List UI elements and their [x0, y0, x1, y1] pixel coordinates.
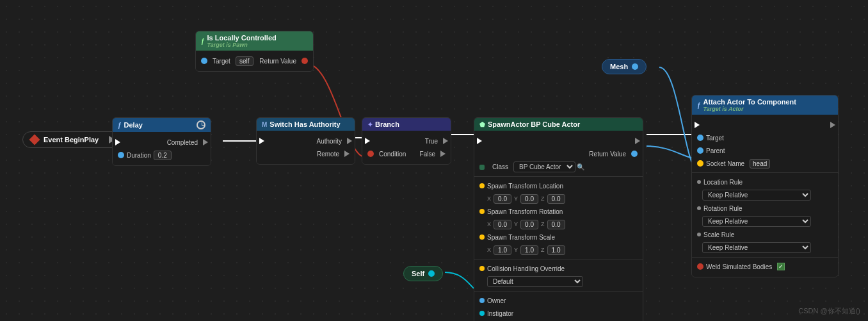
- duration-label: Duration: [124, 152, 154, 159]
- weld-pin: [697, 263, 703, 270]
- spawn-scale-row: Spawn Transform Scale: [474, 231, 643, 243]
- spawn-exec-row: [474, 135, 643, 147]
- spawn-location-label: Spawn Transform Location: [485, 183, 566, 190]
- rotation-rule-label: Rotation Rule: [701, 205, 745, 212]
- spawn-actor-node: ⬟ SpawnActor BP Cube Actor Return Value: [474, 117, 643, 321]
- is-locally-controlled-title: Is Locally Controlled: [207, 34, 277, 42]
- location-rule-dropdown[interactable]: Keep Relative: [702, 190, 811, 201]
- branch-title: Branch: [375, 120, 399, 128]
- attach-socket-pin: [697, 160, 703, 167]
- spawn-exec-out: [635, 138, 640, 144]
- target-row: Target self Return Value: [196, 54, 313, 67]
- scale-rule-dropdown[interactable]: Keep Relative: [702, 242, 811, 253]
- switch-has-authority-node: M Switch Has Authority Authority Remote: [256, 117, 355, 165]
- spawn-location-xyz: X 0.0 Y 0.0 Z 0.0: [474, 192, 643, 205]
- false-label: False: [417, 151, 438, 158]
- owner-pin: [479, 298, 485, 303]
- attach-div1: [692, 172, 838, 173]
- attach-exec-row: [692, 119, 838, 131]
- spawn-rotation-row: Spawn Transform Rotation: [474, 205, 643, 218]
- instigator-label: Instigator: [485, 310, 516, 317]
- spawn-rotation-label: Spawn Transform Rotation: [485, 208, 565, 215]
- class-select-row: Class BP Cube Actor 🔍: [474, 160, 643, 174]
- scale-x: 1.0: [494, 245, 511, 255]
- instigator-pin: [479, 311, 485, 316]
- instigator-row: Instigator: [474, 307, 643, 320]
- collision-select-row: Default: [474, 275, 643, 288]
- attach-subtitle: Target is Actor: [703, 106, 796, 112]
- scale-z: 1.0: [547, 245, 565, 255]
- delay-header: ƒ Delay: [113, 118, 211, 132]
- is-locally-controlled-subtitle: Target is Pawn: [207, 42, 277, 48]
- loc-x: 0.0: [494, 194, 511, 204]
- branch-exec-row: True: [362, 135, 451, 147]
- delay-node: ƒ Delay Completed: [112, 117, 211, 166]
- weld-checkbox[interactable]: ✓: [777, 263, 785, 270]
- mesh-node: Mesh: [602, 59, 647, 74]
- switch-title: Switch Has Authority: [269, 120, 340, 128]
- loc-z: 0.0: [547, 194, 565, 204]
- duration-value: 0.2: [154, 151, 172, 160]
- scale-y: 1.0: [520, 245, 538, 255]
- rotation-pin: [479, 209, 485, 214]
- branch-exec-in: [365, 138, 370, 144]
- attach-socket-row: Socket Name head: [692, 157, 838, 170]
- attach-target-pin: [697, 135, 703, 141]
- collision-label: Collision Handling Override: [485, 265, 567, 272]
- return-pin: [301, 58, 308, 64]
- completed-label: Completed: [165, 139, 200, 146]
- authority-pin: [347, 138, 352, 144]
- switch-body: Authority Remote: [257, 131, 355, 164]
- delay-exec-row: Completed: [113, 136, 211, 149]
- scale-rule-row: Scale Rule: [692, 228, 838, 241]
- spawn-scale-label: Spawn Transform Scale: [485, 234, 558, 241]
- rotation-rule-dropdown[interactable]: Keep Relative: [702, 216, 811, 227]
- false-pin: [440, 151, 446, 157]
- is-locally-controlled-node: ƒ Is Locally Controlled Target is Pawn T…: [195, 31, 314, 72]
- event-label: Event BeginPlay: [44, 136, 99, 144]
- delay-title: Delay: [124, 121, 143, 129]
- condition-row: Condition False: [362, 147, 451, 160]
- scale-pin: [479, 235, 485, 240]
- spawn-rotation-xyz: X 0.0 Y 0.0 Z 0.0: [474, 218, 643, 231]
- condition-label: Condition: [376, 151, 408, 158]
- switch-exec-in: [259, 138, 264, 144]
- is-locally-controlled-body: Target self Return Value: [196, 51, 313, 71]
- scale-rule-label: Scale Rule: [701, 231, 737, 238]
- scale-rule-select: Keep Relative: [692, 241, 838, 254]
- collision-dropdown[interactable]: Default: [487, 276, 583, 287]
- return-value-label: Return Value: [586, 151, 629, 158]
- attach-parent-label: Parent: [703, 147, 727, 154]
- target-value: self: [236, 56, 253, 66]
- divider3: [474, 291, 643, 292]
- collision-pin: [479, 266, 485, 271]
- class-dropdown[interactable]: BP Cube Actor: [513, 161, 575, 172]
- location-pin: [479, 183, 485, 188]
- remote-row: Remote: [257, 147, 355, 160]
- owner-label: Owner: [485, 297, 508, 304]
- self-node: Self: [403, 266, 443, 281]
- rot-y: 0.0: [520, 220, 538, 229]
- location-rule-select: Keep Relative: [692, 188, 838, 202]
- attach-target-row: Target: [692, 131, 838, 144]
- true-label: True: [422, 138, 440, 145]
- attach-parent-row: Parent: [692, 144, 838, 157]
- spawn-location-row: Spawn Transform Location: [474, 179, 643, 192]
- location-rule-label: Location Rule: [701, 179, 745, 186]
- location-rule-row: Location Rule: [692, 176, 838, 188]
- collision-row: Collision Handling Override: [474, 262, 643, 275]
- attach-exec-out: [830, 122, 835, 128]
- switch-exec-row: Authority: [257, 135, 355, 147]
- true-pin: [443, 138, 448, 144]
- delay-duration-row: Duration 0.2: [113, 149, 211, 161]
- rotation-rule-row: Rotation Rule: [692, 202, 838, 215]
- attach-actor-node: ƒ Attach Actor To Component Target is Ac…: [691, 95, 839, 277]
- is-locally-controlled-header: ƒ Is Locally Controlled Target is Pawn: [196, 31, 313, 51]
- delay-body: Completed Duration 0.2: [113, 132, 211, 165]
- owner-row: Owner: [474, 294, 643, 307]
- event-beginplay-node: Event BeginPlay: [22, 131, 124, 148]
- attach-exec-in: [695, 122, 700, 128]
- return-value-pin: [631, 151, 638, 157]
- spawn-header: ⬟ SpawnActor BP Cube Actor: [474, 118, 643, 131]
- self-out-pin: [428, 270, 435, 277]
